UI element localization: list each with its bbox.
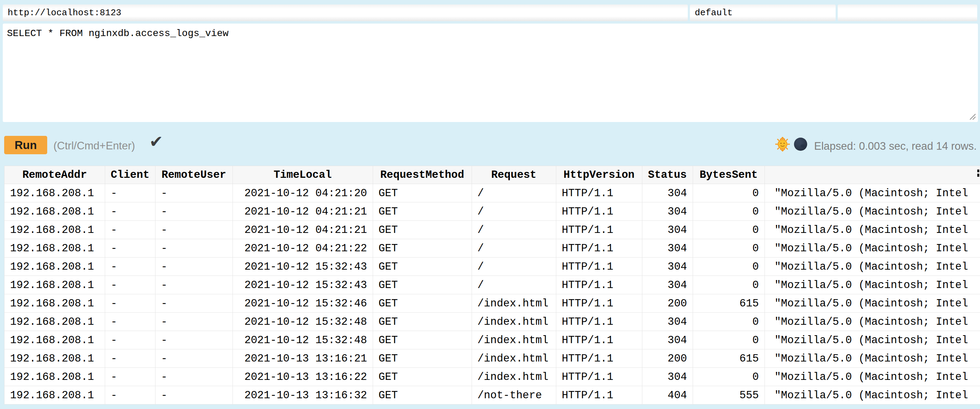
run-button[interactable]: Run [4,136,47,154]
column-header-RemoteUser: RemoteUser [155,166,232,184]
table-cell: /index.html [472,331,556,349]
table-cell: - [105,331,156,349]
password-input[interactable] [838,5,977,21]
table-cell: HTTP/1.1 [556,294,642,313]
table-cell: 192.168.208.1 [5,313,105,331]
column-header-Status: Status [642,166,693,184]
clipped-header-glyph [977,170,979,177]
table-row: 192.168.208.1--2021-10-12 15:32:43GET/HT… [5,258,980,276]
table-cell: 2021-10-12 04:21:21 [232,203,373,221]
table-cell: 192.168.208.1 [5,331,105,349]
table-cell: - [155,258,232,276]
table-cell: /index.html [472,349,556,368]
table-cell: 615 [693,294,765,313]
textarea-resize-handle-icon[interactable] [969,113,977,120]
table-cell: GET [373,221,472,239]
user-input[interactable] [690,5,836,21]
server-url-input[interactable] [3,5,688,21]
table-cell: "Mozilla/5.0 (Macintosh; Intel [765,349,980,368]
table-cell: 0 [693,258,765,276]
table-row: 192.168.208.1--2021-10-12 04:21:20GET/HT… [5,184,980,203]
table-cell: 2021-10-12 04:21:22 [232,239,373,258]
table-cell: "Mozilla/5.0 (Macintosh; Intel [765,276,980,294]
table-cell: GET [373,349,472,368]
shortcut-hint-label: (Ctrl/Cmd+Enter) [53,140,135,152]
table-cell: 0 [693,239,765,258]
table-row: 192.168.208.1--2021-10-12 04:21:21GET/HT… [5,203,980,221]
table-cell: - [105,349,156,368]
table-cell: - [155,349,232,368]
table-cell: 2021-10-12 04:21:20 [232,184,373,203]
table-cell: - [105,276,156,294]
table-cell: 304 [642,239,693,258]
table-cell: / [472,203,556,221]
column-header-HttpVersion: HttpVersion [556,166,642,184]
sun-icon[interactable] [775,136,790,152]
table-cell: 304 [642,331,693,349]
column-header-TimeLocal: TimeLocal [232,166,373,184]
column-header-useragent [765,166,980,184]
table-cell: GET [373,203,472,221]
table-cell: HTTP/1.1 [556,386,642,404]
table-cell: /index.html [472,294,556,313]
table-row: 192.168.208.1--2021-10-13 13:16:21GET/in… [5,349,980,368]
table-cell: - [105,239,156,258]
column-header-BytesSent: BytesSent [693,166,765,184]
table-cell: 555 [693,386,765,404]
table-cell: 2021-10-13 13:16:21 [232,349,373,368]
table-cell: GET [373,258,472,276]
table-cell: /not-there [472,386,556,404]
table-cell: 404 [642,386,693,404]
table-cell: 2021-10-12 15:32:46 [232,294,373,313]
table-row: 192.168.208.1--2021-10-12 04:21:21GET/HT… [5,221,980,239]
table-cell: GET [373,331,472,349]
table-cell: 0 [693,276,765,294]
table-cell: / [472,258,556,276]
table-cell: 192.168.208.1 [5,368,105,386]
table-cell: 2021-10-12 15:32:48 [232,313,373,331]
table-cell: - [155,331,232,349]
table-cell: HTTP/1.1 [556,276,642,294]
column-header-Client: Client [105,166,156,184]
table-cell: - [105,294,156,313]
table-cell: - [105,221,156,239]
query-editor[interactable]: SELECT * FROM nginxdb.access_logs_view [3,24,978,122]
table-cell: - [105,184,156,203]
table-cell: / [472,184,556,203]
table-cell: - [105,313,156,331]
table-cell: HTTP/1.1 [556,239,642,258]
table-cell: 2021-10-12 15:32:43 [232,258,373,276]
table-cell: / [472,221,556,239]
table-cell: 615 [693,349,765,368]
moon-icon[interactable] [794,137,808,151]
table-cell: HTTP/1.1 [556,203,642,221]
table-cell: 192.168.208.1 [5,184,105,203]
table-cell: 192.168.208.1 [5,386,105,404]
table-cell: "Mozilla/5.0 (Macintosh; Intel [765,258,980,276]
table-cell: "Mozilla/5.0 (Macintosh; Intel [765,331,980,349]
table-cell: - [155,239,232,258]
table-cell: 200 [642,294,693,313]
table-cell: - [155,386,232,404]
table-header-row: RemoteAddrClientRemoteUserTimeLocalReque… [5,166,980,184]
table-cell: HTTP/1.1 [556,258,642,276]
table-cell: GET [373,276,472,294]
table-cell: 304 [642,203,693,221]
table-cell: 2021-10-13 13:16:32 [232,386,373,404]
table-cell: 2021-10-13 13:16:22 [232,368,373,386]
table-cell: 2021-10-12 15:32:43 [232,276,373,294]
table-cell: 304 [642,184,693,203]
table-cell: 192.168.208.1 [5,221,105,239]
table-row: 192.168.208.1--2021-10-13 13:16:32GET/no… [5,386,980,404]
table-cell: - [105,258,156,276]
table-cell: HTTP/1.1 [556,368,642,386]
table-cell: - [155,276,232,294]
table-cell: 192.168.208.1 [5,349,105,368]
table-cell: HTTP/1.1 [556,313,642,331]
table-cell: 304 [642,221,693,239]
table-cell: - [155,221,232,239]
table-cell: 2021-10-12 04:21:21 [232,221,373,239]
column-header-RequestMethod: RequestMethod [373,166,472,184]
table-cell: /index.html [472,368,556,386]
table-row: 192.168.208.1--2021-10-12 15:32:43GET/HT… [5,276,980,294]
